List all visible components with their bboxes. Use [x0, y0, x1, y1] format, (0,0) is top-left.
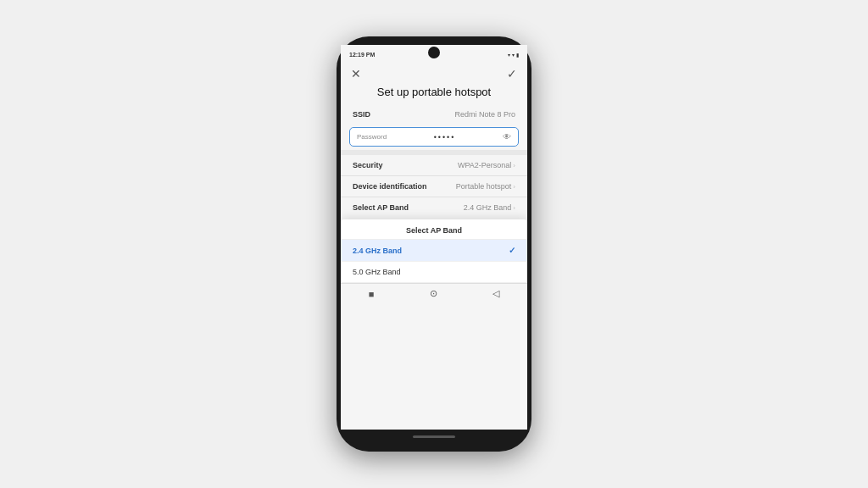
phone-bottom — [341, 430, 527, 443]
password-dots: ••••• — [434, 133, 456, 141]
bottom-nav: ■ ⊙ ◁ — [341, 283, 527, 303]
ssid-row: SSID Redmi Note 8 Pro — [341, 105, 527, 124]
page-title: Set up portable hotspot — [341, 84, 527, 105]
chevron-icon-3: › — [513, 204, 515, 212]
nav-home-icon[interactable]: ⊙ — [430, 288, 437, 299]
select-ap-band-label: Select AP Band — [353, 203, 409, 212]
phone-screen: 12:19 PM ▾ ▾ ▮ ✕ ✓ Set up portable hotsp… — [341, 45, 527, 430]
toolbar: ✕ ✓ — [341, 62, 527, 84]
phone-frame: 12:19 PM ▾ ▾ ▮ ✕ ✓ Set up portable hotsp… — [337, 36, 531, 452]
status-time: 12:19 PM — [349, 52, 375, 58]
security-label: Security — [353, 161, 383, 169]
security-value: WPA2-Personal › — [458, 161, 515, 169]
dropdown-title: Select AP Band — [341, 219, 527, 240]
option-24-label: 2.4 GHz Band — [353, 247, 402, 255]
password-label: Password — [357, 133, 387, 141]
ssid-value: Redmi Note 8 Pro — [454, 110, 515, 119]
select-ap-band-value: 2.4 GHz Band › — [464, 203, 515, 212]
device-id-value: Portable hotspot › — [456, 182, 515, 191]
phone-notch — [428, 47, 440, 58]
nav-recents-icon[interactable]: ■ — [369, 289, 375, 299]
home-bar — [413, 435, 455, 438]
dropdown-option-2.4ghz[interactable]: 2.4 GHz Band ✓ — [341, 240, 527, 262]
wifi-icon: ▾ — [508, 52, 510, 58]
security-row[interactable]: Security WPA2-Personal › — [341, 155, 527, 176]
close-button[interactable]: ✕ — [351, 67, 361, 80]
dropdown-sheet: Select AP Band 2.4 GHz Band ✓ 5.0 GHz Ba… — [341, 219, 527, 283]
status-icons: ▾ ▾ ▮ — [508, 52, 519, 58]
select-ap-band-row[interactable]: Select AP Band 2.4 GHz Band › — [341, 197, 527, 218]
dropdown-option-5ghz[interactable]: 5.0 GHz Band — [341, 262, 527, 283]
battery-icon: ▮ — [516, 52, 519, 58]
check-icon: ✓ — [509, 246, 515, 255]
nav-back-icon[interactable]: ◁ — [492, 288, 499, 299]
signal-icon: ▾ — [512, 52, 515, 58]
password-input-row[interactable]: Password ••••• 👁 — [349, 127, 519, 147]
option-5-label: 5.0 GHz Band — [353, 268, 401, 276]
chevron-icon: › — [513, 162, 515, 169]
check-button[interactable]: ✓ — [507, 67, 517, 80]
chevron-icon-2: › — [513, 183, 515, 191]
ssid-label: SSID — [353, 110, 370, 119]
device-id-label: Device identification — [353, 182, 427, 191]
device-id-row[interactable]: Device identification Portable hotspot › — [341, 176, 527, 197]
eye-icon[interactable]: 👁 — [503, 132, 511, 141]
